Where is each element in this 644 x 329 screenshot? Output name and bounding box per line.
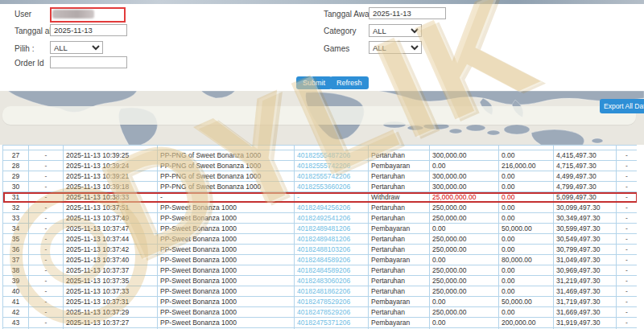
cell-row-number: 33 xyxy=(3,213,29,224)
cell-transaction-type: Pertaruhan xyxy=(369,286,430,297)
cell-col2: - xyxy=(29,203,64,213)
cell-order-id-link[interactable]: 40182478529206 xyxy=(295,307,369,318)
table-row: 38 - 2025-11-13 10:37:37 PP-Sweet Bonanz… xyxy=(3,265,638,276)
cell-balance: 30,599,497.30 xyxy=(554,224,617,234)
cell-tail: - xyxy=(617,245,638,255)
cell-row-number: 43 xyxy=(3,318,29,328)
cell-win-amount: 0.00 xyxy=(499,286,554,297)
cell-col2: - xyxy=(29,234,64,245)
cell-order-id-link[interactable]: 40182489481206 xyxy=(295,224,369,234)
cell-balance: 31,919,497.30 xyxy=(554,318,617,328)
cell-order-id-link[interactable]: 40182483060206 xyxy=(295,276,369,286)
cell-order-id-link[interactable]: 40182484589206 xyxy=(295,265,369,276)
cell-datetime: 2025-11-13 10:37:40 xyxy=(64,255,158,265)
submit-button[interactable]: Submit xyxy=(296,76,332,89)
cell-tail: - xyxy=(617,255,638,265)
table-row: 40 - 2025-11-13 10:37:33 PP-Sweet Bonanz… xyxy=(3,286,638,297)
cell-row-number: 32 xyxy=(3,203,29,213)
cell-win-amount: 0.00 xyxy=(499,307,554,318)
cell-transaction-type: Pembayaran xyxy=(369,318,430,328)
cell-bet-amount: 25,000,000.00 xyxy=(430,192,499,203)
cell-order-id-link[interactable]: 40182555487206 xyxy=(295,150,369,161)
tanggal-awal-label: Tanggal Awal xyxy=(324,10,371,19)
cell-col2: - xyxy=(29,255,64,265)
cell-tail: - xyxy=(617,203,638,213)
cell-order-id-link[interactable]: 40182488103206 xyxy=(295,245,369,255)
cell-win-amount: 0.00 xyxy=(499,213,554,224)
cell-datetime: 2025-11-13 10:37:31 xyxy=(64,297,158,307)
cell-win-amount: 0.00 xyxy=(499,276,554,286)
cell-row-number: 28 xyxy=(3,161,29,171)
table-row: 27 - 2025-11-13 10:39:25 PP-PNG of Sweet… xyxy=(3,150,638,161)
cell-transaction-type: Pertaruhan xyxy=(369,182,430,192)
cell-order-id-link[interactable]: 40182494256206 xyxy=(295,203,369,213)
cell-order-id-link[interactable]: 40182484589206 xyxy=(295,255,369,265)
cell-transaction-type: Pertaruhan xyxy=(369,245,430,255)
cell-datetime: 2025-11-13 10:37:47 xyxy=(64,224,158,234)
cell-game-name: PP-Sweet Bonanza 1000 xyxy=(158,245,295,255)
cell-col2: - xyxy=(29,161,64,171)
cell-datetime: 2025-11-13 10:37:33 xyxy=(64,286,158,297)
cell-col2: - xyxy=(29,171,64,182)
user-input[interactable] xyxy=(50,7,126,23)
cell-tail: - xyxy=(617,213,638,224)
cell-bet-amount: 250,000.00 xyxy=(430,286,499,297)
cell-bet-amount: 250,000.00 xyxy=(430,234,499,245)
table-row: 41 - 2025-11-13 10:37:31 PP-Sweet Bonanz… xyxy=(3,297,638,307)
table-row: 35 - 2025-11-13 10:37:44 PP-Sweet Bonanz… xyxy=(3,234,638,245)
cell-col2: - xyxy=(29,192,64,203)
cell-col2: - xyxy=(29,318,64,328)
cell-row-number: 39 xyxy=(3,276,29,286)
cell-game-name: PP-Sweet Bonanza 1000 xyxy=(158,318,295,328)
cell-transaction-type: Pertaruhan xyxy=(369,276,430,286)
cell-tail: - xyxy=(617,318,638,328)
cell-tail: - xyxy=(617,224,638,234)
cell-order-id-link[interactable]: 40182492541206 xyxy=(295,213,369,224)
cell-tail: - xyxy=(617,182,638,192)
cell-datetime: 2025-11-13 10:39:25 xyxy=(64,150,158,161)
cell-transaction-type: Pertaruhan xyxy=(369,203,430,213)
pilih-select[interactable]: ALL xyxy=(50,41,103,54)
cell-bet-amount: 250,000.00 xyxy=(430,245,499,255)
cell-tail: - xyxy=(617,276,638,286)
cell-row-number: 37 xyxy=(3,255,29,265)
cell-game-name: PP-Sweet Bonanza 1000 xyxy=(158,276,295,286)
cell-row-number: 42 xyxy=(3,307,29,318)
tanggal-awal-input[interactable] xyxy=(369,7,446,19)
cell-order-id-link[interactable]: 40182489481206 xyxy=(295,234,369,245)
cell-transaction-type: Pertaruhan xyxy=(369,150,430,161)
cell-order-id-link[interactable]: 40182555742206 xyxy=(295,171,369,182)
cell-order-id-link[interactable]: 40182478529206 xyxy=(295,297,369,307)
refresh-button[interactable]: Refresh xyxy=(330,76,369,89)
table-row: 37 - 2025-11-13 10:37:40 PP-Sweet Bonanz… xyxy=(3,255,638,265)
cell-bet-amount: 0.00 xyxy=(430,255,499,265)
table-row: 39 - 2025-11-13 10:37:35 PP-Sweet Bonanz… xyxy=(3,276,638,286)
cell-order-id-link[interactable]: 40182555742206 xyxy=(295,161,369,171)
cell-bet-amount: 250,000.00 xyxy=(430,203,499,213)
cell-order-id-link[interactable]: 40182481862206 xyxy=(295,286,369,297)
category-select[interactable]: ALL xyxy=(369,24,422,37)
table-row: 33 - 2025-11-13 10:37:49 PP-Sweet Bonanz… xyxy=(3,213,638,224)
cell-balance: 31,219,497.30 xyxy=(554,276,617,286)
cell-game-name: PP-PNG of Sweet Bonanza 1000 xyxy=(158,182,295,192)
games-select[interactable]: ALL xyxy=(369,41,422,54)
cell-order-id-link[interactable]: 40182475371206 xyxy=(295,318,369,328)
cell-game-name: PP-Sweet Bonanza 1000 xyxy=(158,213,295,224)
tanggal-akhir-input[interactable] xyxy=(50,24,127,36)
cell-col2: - xyxy=(29,297,64,307)
cell-tail: - xyxy=(617,150,638,161)
cell-balance: 30,549,497.30 xyxy=(554,234,617,245)
cell-win-amount: 0.00 xyxy=(499,265,554,276)
cell-bet-amount: 0.00 xyxy=(430,161,499,171)
cell-order-id-link[interactable]: 40182553660206 xyxy=(295,182,369,192)
table-row: 43 - 2025-11-13 10:37:27 PP-Sweet Bonanz… xyxy=(3,318,638,328)
order-id-input[interactable] xyxy=(50,56,127,68)
table-row: 31 - 2025-11-13 10:38:33 - - Withdraw 25… xyxy=(3,192,638,203)
cell-row-number: 27 xyxy=(3,150,29,161)
cell-transaction-type: Withdraw xyxy=(369,192,430,203)
cell-balance: 4,799,497.30 xyxy=(554,182,617,192)
cell-balance: 4,415,497.30 xyxy=(554,150,617,161)
table-row: 30 - 2025-11-13 10:39:18 PP-PNG of Sweet… xyxy=(3,182,638,192)
cell-order-id-link[interactable]: - xyxy=(295,192,369,203)
export-all-data-button[interactable]: Export All Data xyxy=(600,99,644,113)
